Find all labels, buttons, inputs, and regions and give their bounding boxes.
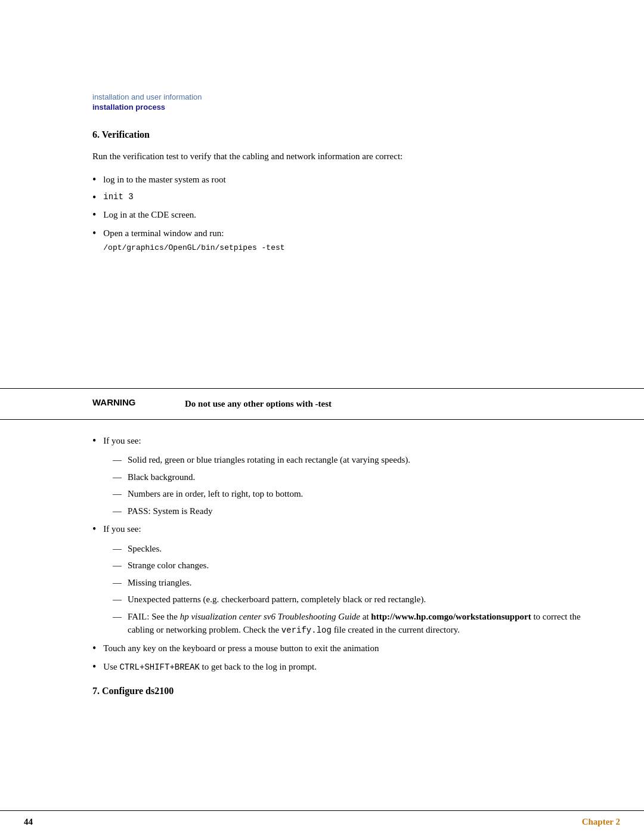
warning-label: WARNING — [92, 397, 185, 411]
bullet-dot: • — [92, 228, 96, 239]
list-item: • log in to the master system as root — [92, 173, 596, 187]
list-item: — Solid red, green or blue triangles rot… — [113, 453, 596, 467]
dash-icon: — — [113, 504, 122, 518]
bullet-dot: • — [92, 192, 96, 203]
breadcrumb-current: installation process — [92, 103, 552, 112]
sub-item-text: Unexpected patterns (e.g. checkerboard p… — [128, 593, 596, 606]
bullet-dot: • — [92, 643, 96, 654]
bullet-dot: • — [92, 209, 96, 220]
bullet-text: Use CTRL+SHIFT+BREAK to get back to the … — [103, 660, 317, 674]
sub-item-text: FAIL: See the hp visualization center sv… — [128, 610, 596, 637]
warning-text: Do not use any other options with -test — [185, 399, 332, 408]
code-block: /opt/graphics/OpenGL/bin/setpipes -test — [103, 242, 284, 254]
breadcrumb-link[interactable]: installation and user information — [92, 92, 552, 101]
list-item: — Speckles. — [113, 542, 596, 556]
dash-icon: — — [113, 542, 122, 556]
if-you-see-2-subs: — Speckles. — Strange color changes. — M… — [113, 542, 596, 637]
dash-icon: — — [113, 559, 122, 572]
bullet-text-code: init 3 — [103, 191, 133, 203]
footer-page-number: 44 — [24, 817, 33, 827]
bullet-text: Touch any key on the keyboard or press a… — [103, 642, 379, 655]
if-you-see-1-subs: — Solid red, green or blue triangles rot… — [113, 453, 596, 518]
list-item: — FAIL: See the hp visualization center … — [113, 610, 596, 637]
main-content: 6. Verification Run the verification tes… — [0, 112, 644, 374]
if-you-see-1: • If you see: — [92, 434, 596, 448]
footer-bar: 44 Chapter 2 — [0, 810, 644, 833]
dash-icon: — — [113, 576, 122, 590]
bullet-dot: • — [92, 524, 96, 534]
list-item: • If you see: — [92, 434, 596, 448]
list-item: • Open a terminal window and run: /opt/g… — [92, 227, 596, 254]
sub-item-text: PASS: System is Ready — [128, 504, 596, 518]
bullet-dot: • — [92, 174, 96, 185]
bullet-dot: • — [92, 435, 96, 446]
bullet-text: log in to the master system as root — [103, 173, 225, 187]
section7-title: 7. Configure ds2100 — [92, 686, 596, 696]
footer-chapter: Chapter 2 — [582, 817, 620, 827]
list-item: — Missing triangles. — [113, 576, 596, 590]
left-margin-2 — [0, 434, 92, 811]
sub-item-text: Numbers are in order, left to right, top… — [128, 487, 596, 501]
sub-item-text: Missing triangles. — [128, 576, 596, 590]
bullet-text: If you see: — [103, 522, 141, 536]
list-item: • If you see: — [92, 522, 596, 536]
list-item: — Unexpected patterns (e.g. checkerboard… — [113, 593, 596, 606]
section6-intro: Run the verification test to verify that… — [92, 150, 450, 163]
sub-item-text: Speckles. — [128, 542, 596, 556]
list-item: — Black background. — [113, 470, 596, 484]
list-item: — PASS: System is Ready — [113, 504, 596, 518]
page-container: installation and user information instal… — [0, 0, 644, 833]
dash-icon: — — [113, 610, 122, 624]
list-item: • Log in at the CDE screen. — [92, 208, 596, 222]
content-area-2: • If you see: — Solid red, green or blue… — [92, 434, 644, 811]
bullet-dot: • — [92, 661, 96, 672]
bullet-text: If you see: — [103, 434, 141, 448]
if-you-see-2: • If you see: — [92, 522, 596, 536]
dash-icon: — — [113, 453, 122, 467]
dash-icon: — — [113, 470, 122, 484]
left-margin — [0, 129, 92, 374]
warning-section: WARNING Do not use any other options wit… — [0, 388, 644, 420]
warning-left-margin — [0, 397, 92, 411]
section6-title: 6. Verification — [92, 129, 596, 140]
list-item: • init 3 — [92, 191, 596, 203]
after-warning-content: • If you see: — Solid red, green or blue… — [0, 434, 644, 811]
sub-item-text: Solid red, green or blue triangles rotat… — [128, 453, 596, 467]
bullet-text: Log in at the CDE screen. — [103, 208, 196, 222]
dash-icon: — — [113, 593, 122, 606]
warning-content: Do not use any other options with -test — [185, 397, 644, 411]
content-area: 6. Verification Run the verification tes… — [92, 129, 644, 374]
sub-item-text: Black background. — [128, 470, 596, 484]
breadcrumb-area: installation and user information instal… — [0, 0, 644, 112]
section6-bullets: • log in to the master system as root • … — [92, 173, 596, 254]
dash-icon: — — [113, 487, 122, 501]
list-item: — Strange color changes. — [113, 559, 596, 572]
list-item: • Touch any key on the keyboard or press… — [92, 642, 596, 655]
list-item: • Use CTRL+SHIFT+BREAK to get back to th… — [92, 660, 596, 674]
sub-item-text: Strange color changes. — [128, 559, 596, 572]
bullet-text-with-code: Open a terminal window and run: /opt/gra… — [103, 227, 284, 254]
list-item: — Numbers are in order, left to right, t… — [113, 487, 596, 501]
touch-key-bullet: • Touch any key on the keyboard or press… — [92, 642, 596, 674]
